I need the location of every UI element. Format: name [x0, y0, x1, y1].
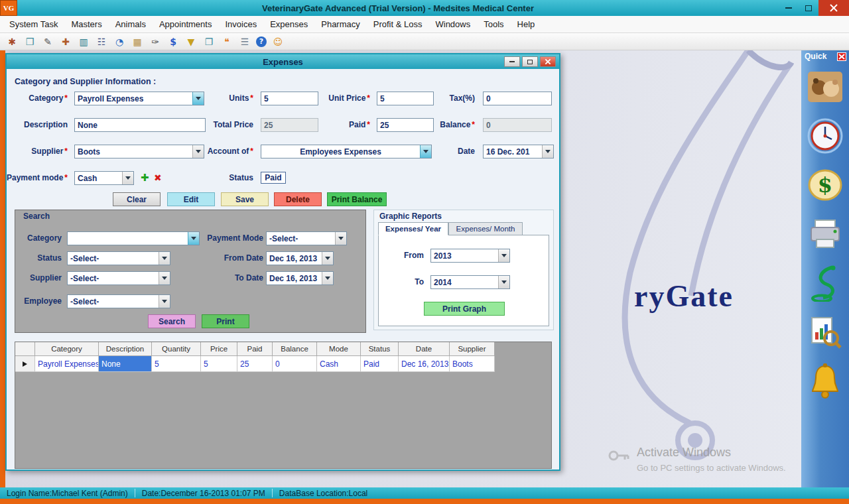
cell-price[interactable]: 5 — [201, 356, 237, 372]
minimize-icon[interactable] — [779, 1, 799, 15]
expenses-restore-icon[interactable] — [522, 56, 538, 67]
menu-invoices[interactable]: Invoices — [218, 17, 263, 32]
globe-clock-icon[interactable]: ◔ — [113, 35, 126, 48]
expenses-close-icon[interactable] — [540, 56, 556, 67]
print-balance-button[interactable]: Print Balance — [327, 192, 387, 206]
expenses-titlebar[interactable]: Expenses — [7, 54, 559, 69]
filter-icon[interactable]: ▼ — [184, 35, 198, 48]
search-category-combobox[interactable] — [67, 231, 200, 245]
delete-payment-mode-icon[interactable]: ✖ — [154, 172, 162, 183]
chart-icon[interactable]: ▥ — [77, 35, 90, 48]
chevron-down-icon[interactable] — [335, 232, 346, 245]
cell-mode[interactable]: Cash — [317, 356, 361, 372]
payment-mode-combobox[interactable]: Cash — [74, 171, 134, 185]
app-titlebar[interactable]: VG VeterinaryGate Advanced (Trial Versio… — [0, 0, 849, 16]
maximize-icon[interactable] — [799, 1, 818, 15]
search-from-date-picker[interactable]: Dec 16, 2013 — [266, 251, 334, 265]
pen-icon[interactable]: ✎ — [41, 35, 54, 48]
menu-animals[interactable]: Animals — [109, 17, 153, 32]
tab-expenses-year[interactable]: Expenses/ Year — [378, 222, 448, 235]
currency-icon[interactable]: $ — [166, 35, 180, 48]
grid-header-supplier[interactable]: Supplier — [450, 342, 495, 356]
description-field[interactable] — [74, 118, 206, 132]
menu-windows[interactable]: Windows — [428, 17, 477, 32]
add-payment-mode-icon[interactable]: ✚ — [141, 172, 149, 184]
paw-icon[interactable]: ✱ — [5, 35, 19, 48]
cell-status[interactable]: Paid — [361, 356, 399, 372]
reminder-bell-icon[interactable] — [807, 362, 844, 401]
edit-button[interactable]: Edit — [167, 192, 215, 206]
cell-date[interactable]: Dec 16, 2013 — [399, 356, 450, 372]
grid-header-description[interactable]: Description — [99, 342, 152, 356]
billing-dollar-icon[interactable]: $ — [807, 166, 844, 204]
grid-header-mode[interactable]: Mode — [317, 342, 361, 356]
search-to-date-picker[interactable]: Dec 16, 2013 — [266, 271, 334, 285]
supplier-combobox[interactable]: Boots — [74, 145, 204, 158]
account-of-combobox[interactable]: Employees Expenses — [261, 145, 432, 158]
search-print-button[interactable]: Print — [202, 314, 249, 328]
close-icon[interactable] — [818, 0, 849, 16]
chevron-down-icon[interactable] — [498, 276, 509, 288]
tax-field[interactable] — [483, 92, 552, 105]
menu-appointments[interactable]: Appointments — [153, 17, 219, 32]
menu-expenses[interactable]: Expenses — [263, 17, 314, 32]
pets-photo-icon[interactable] — [807, 68, 844, 106]
calendar-icon[interactable]: ▦ — [131, 35, 144, 48]
chat-icon[interactable]: ❝ — [220, 35, 233, 48]
quick-close-icon[interactable] — [837, 52, 846, 61]
cell-quantity[interactable]: 5 — [152, 356, 201, 372]
computer-icon[interactable]: ❒ — [23, 35, 36, 48]
report-icon[interactable]: ☷ — [95, 35, 108, 48]
chevron-down-icon[interactable] — [159, 252, 170, 265]
cell-category[interactable]: Payroll Expenses — [35, 356, 99, 372]
grid-header-category[interactable]: Category — [35, 342, 99, 356]
menu-system-task[interactable]: System Task — [3, 17, 64, 32]
date-picker[interactable]: 16 Dec. 201 — [483, 145, 554, 158]
search-payment-mode-combobox[interactable]: -Select- — [266, 231, 347, 245]
category-combobox[interactable]: Payroll Expenses — [74, 92, 204, 105]
cell-balance[interactable]: 0 — [273, 356, 317, 372]
grid-header-paid[interactable]: Paid — [237, 342, 273, 356]
graph-to-combobox[interactable]: 2014 — [430, 275, 510, 289]
medical-icon[interactable]: ✚ — [59, 35, 72, 48]
grid-header-price[interactable]: Price — [201, 342, 237, 356]
search-employee-combobox[interactable]: -Select- — [67, 294, 170, 308]
cell-supplier[interactable]: Boots — [450, 356, 495, 372]
search-supplier-combobox[interactable]: -Select- — [67, 271, 170, 285]
clear-button[interactable]: Clear — [113, 192, 161, 206]
cell-paid[interactable]: 25 — [237, 356, 273, 372]
save-button[interactable]: Save — [221, 192, 269, 206]
settings-icon[interactable]: ☰ — [238, 35, 251, 48]
chevron-down-icon[interactable] — [122, 172, 133, 184]
tab-expenses-month[interactable]: Expenses/ Month — [448, 222, 523, 235]
expenses-minimize-icon[interactable] — [504, 56, 520, 67]
search-status-combobox[interactable]: -Select- — [67, 251, 170, 265]
grid-header-balance[interactable]: Balance — [273, 342, 317, 356]
reports-search-icon[interactable] — [807, 313, 844, 351]
grid-header-status[interactable]: Status — [361, 342, 399, 356]
search-button[interactable]: Search — [148, 314, 196, 328]
chevron-down-icon[interactable] — [542, 145, 553, 158]
cell-description-selected[interactable]: None — [99, 356, 152, 372]
grid-header-quantity[interactable]: Quantity — [152, 342, 201, 356]
menu-pharmacy[interactable]: Pharmacy — [314, 17, 367, 32]
pharmacy-icon[interactable] — [807, 264, 844, 302]
chevron-down-icon[interactable] — [322, 272, 333, 284]
row-selector-cell[interactable] — [15, 356, 35, 372]
print-icon[interactable]: ❐ — [202, 35, 216, 48]
chevron-down-icon[interactable] — [498, 249, 509, 262]
print-graph-button[interactable]: Print Graph — [424, 302, 505, 316]
grid-header-date[interactable]: Date — [399, 342, 450, 356]
syringe-icon[interactable]: ✑ — [149, 35, 162, 48]
grid-corner-cell[interactable] — [15, 342, 35, 356]
menu-help[interactable]: Help — [511, 17, 542, 32]
chevron-down-icon[interactable] — [159, 295, 170, 308]
delete-button[interactable]: Delete — [274, 192, 322, 206]
chevron-down-icon[interactable] — [322, 252, 333, 265]
chevron-down-icon[interactable] — [159, 272, 170, 284]
menu-tools[interactable]: Tools — [477, 17, 510, 32]
graph-from-combobox[interactable]: 2013 — [430, 249, 510, 263]
user-icon[interactable]: ☺ — [271, 35, 285, 48]
printer-icon[interactable] — [807, 215, 844, 253]
menu-profit-loss[interactable]: Profit & Loss — [367, 17, 429, 32]
